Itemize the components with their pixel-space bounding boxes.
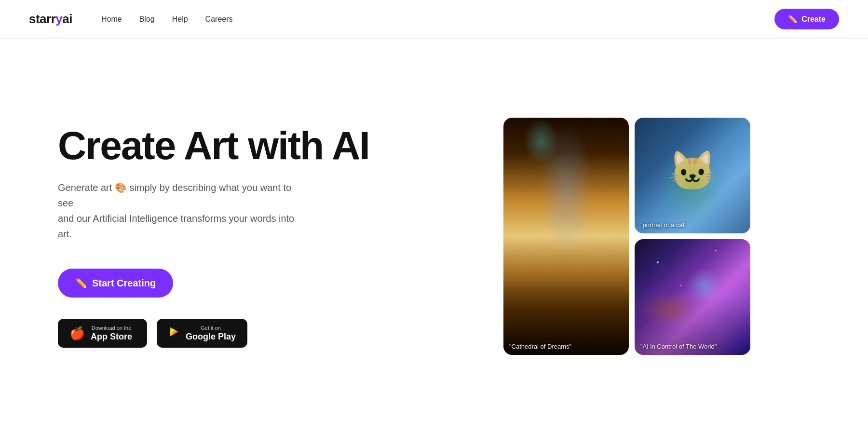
apple-icon: 🍎	[69, 326, 85, 341]
nav-link-home[interactable]: Home	[101, 15, 122, 24]
nav-link-careers[interactable]: Careers	[205, 15, 233, 24]
app-store-text: Download on the App Store	[91, 326, 132, 341]
play-icon	[168, 326, 180, 340]
image-card-cat: "portrait of a cat"	[635, 118, 750, 233]
hero-section: Create Art with AI Generate art 🎨 simply…	[0, 39, 868, 434]
nav-create-label: Create	[801, 15, 826, 24]
pencil-icon: ✏️	[788, 14, 798, 24]
google-play-pre-label: Get it on	[186, 326, 236, 331]
cat-caption: "portrait of a cat"	[640, 221, 745, 229]
google-play-text: Get it on Google Play	[186, 326, 236, 341]
nav-link-blog[interactable]: Blog	[139, 15, 155, 24]
svg-marker-0	[170, 327, 178, 337]
google-play-button[interactable]: Get it on Google Play	[157, 319, 247, 348]
store-buttons: 🍎 Download on the App Store	[58, 319, 386, 348]
hero-left: Create Art with AI Generate art 🎨 simply…	[58, 125, 386, 348]
start-creating-button[interactable]: ✏️ Start Creating	[58, 269, 173, 298]
navbar: starryai Home Blog Help Careers ✏️ Creat…	[0, 0, 868, 39]
space-caption: "AI in Control of The World"	[640, 343, 745, 350]
nav-create-button[interactable]: ✏️ Create	[774, 9, 839, 29]
hero-right: "Cathedral of Dreams" "portrait of a cat…	[386, 118, 839, 355]
app-store-button[interactable]: 🍎 Download on the App Store	[58, 319, 147, 348]
logo[interactable]: starryai	[29, 12, 72, 27]
hero-subtitle-line1: Generate art 🎨 simply by describing what…	[58, 182, 291, 208]
hero-cta-row: ✏️ Start Creating	[58, 269, 386, 313]
app-store-label: App Store	[91, 332, 132, 341]
nav-link-help[interactable]: Help	[172, 15, 188, 24]
image-card-space: "AI in Control of The World"	[635, 239, 750, 355]
hero-subtitle-line2: and our Artificial Intelligence transfor…	[58, 213, 294, 239]
hero-title: Create Art with AI	[58, 125, 386, 166]
app-store-pre-label: Download on the	[91, 326, 132, 331]
wand-icon: ✏️	[75, 277, 87, 289]
cta-label: Start Creating	[92, 278, 156, 289]
hero-subtitle: Generate art 🎨 simply by describing what…	[58, 180, 299, 242]
cathedral-caption: "Cathedral of Dreams"	[509, 343, 623, 350]
image-card-cathedral: "Cathedral of Dreams"	[503, 118, 629, 355]
image-grid: "Cathedral of Dreams" "portrait of a cat…	[503, 118, 750, 355]
google-play-label: Google Play	[186, 332, 236, 341]
nav-links: Home Blog Help Careers	[101, 15, 774, 24]
